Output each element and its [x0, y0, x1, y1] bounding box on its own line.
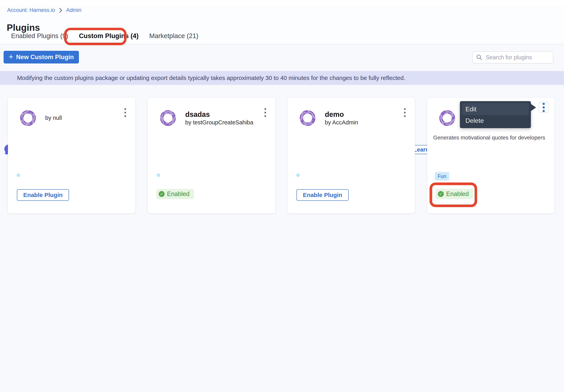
- kebab-menu-button[interactable]: [263, 107, 267, 118]
- menu-item-delete[interactable]: Delete: [462, 115, 529, 126]
- menu-item-edit[interactable]: Edit: [462, 103, 529, 115]
- kebab-menu-button[interactable]: [123, 107, 127, 118]
- status-dot: [17, 173, 20, 177]
- enabled-status-badge: ✓ Enabled: [436, 189, 473, 199]
- plugin-byline: by AccAdmin: [325, 119, 358, 126]
- context-menu: Edit Delete: [460, 101, 531, 128]
- plugin-logo-icon: [438, 109, 456, 127]
- kebab-menu-button-open[interactable]: [538, 102, 549, 113]
- new-custom-plugin-label: New Custom Plugin: [16, 54, 74, 61]
- tag-badge: Fun: [435, 172, 449, 181]
- enabled-label: Enabled: [167, 190, 190, 197]
- plugin-card: demo by AccAdmin Enable Plugin: [288, 98, 415, 213]
- plugin-byline: by null: [45, 114, 62, 122]
- active-tab-underline: [68, 43, 123, 44]
- top-strip: [0, 0, 564, 6]
- tabs-divider: [0, 44, 564, 44]
- tab-enabled-plugins[interactable]: Enabled Plugins (9): [11, 31, 69, 41]
- plugin-logo-icon: [159, 109, 177, 127]
- info-banner: i Modifying the custom plugins package o…: [0, 71, 564, 85]
- breadcrumb-admin-link[interactable]: Admin: [66, 7, 82, 13]
- plugin-description: Generates motivational quotes for develo…: [433, 134, 549, 141]
- search-icon: [476, 54, 482, 60]
- check-circle-icon: ✓: [159, 191, 165, 197]
- kebab-menu-button[interactable]: [403, 107, 407, 118]
- plugin-title: dsadas: [185, 110, 253, 119]
- plugin-card: by null Enable Plugin: [8, 98, 135, 213]
- check-circle-icon: ✓: [438, 191, 444, 197]
- plugin-title: demo: [325, 110, 358, 119]
- plugin-card: dsadas by testGroupCreateSahiba ✓ Enable…: [148, 98, 275, 213]
- enable-plugin-button[interactable]: Enable Plugin: [296, 189, 349, 201]
- status-dot: [296, 173, 300, 177]
- breadcrumb: Account: Harness.io Admin: [7, 7, 81, 13]
- plugin-logo-icon: [19, 109, 37, 127]
- status-dot: [157, 173, 160, 177]
- enabled-status-badge: ✓ Enabled: [156, 189, 194, 199]
- search-input[interactable]: [485, 54, 550, 61]
- tab-custom-plugins[interactable]: Custom Plugins (4): [79, 31, 139, 41]
- plugin-logo-icon: [299, 109, 317, 127]
- breadcrumb-account-link[interactable]: Account: Harness.io: [7, 7, 55, 13]
- chevron-right-icon: [59, 8, 63, 13]
- tab-bar: Enabled Plugins (9) Custom Plugins (4) M…: [11, 31, 199, 41]
- tab-marketplace[interactable]: Marketplace (21): [149, 31, 199, 41]
- enable-plugin-button[interactable]: Enable Plugin: [17, 189, 69, 201]
- plus-icon: +: [9, 53, 13, 61]
- plugin-byline: by testGroupCreateSahiba: [185, 119, 253, 126]
- plugin-search: [472, 51, 553, 63]
- banner-message: Modifying the custom plugins package or …: [17, 71, 405, 85]
- new-custom-plugin-button[interactable]: + New Custom Plugin: [4, 51, 79, 63]
- enabled-label: Enabled: [446, 190, 469, 197]
